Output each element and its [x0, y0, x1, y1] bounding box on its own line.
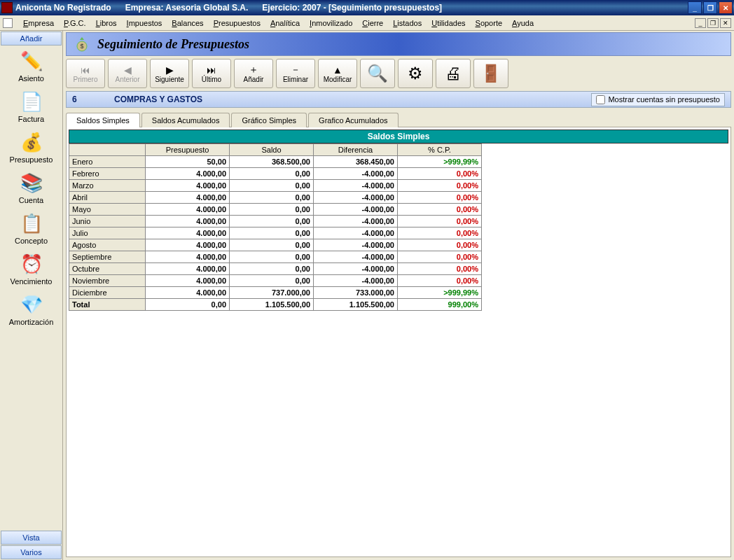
sidebar-item-factura[interactable]: 📄Factura [0, 87, 62, 127]
pct-cell: 0,00% [397, 180, 481, 192]
menu-ayuda[interactable]: Ayuda [507, 18, 539, 29]
saldo-cell: 0,00 [230, 204, 314, 216]
column-header: Saldo [230, 144, 314, 156]
eliminar-button[interactable]: －Eliminar [276, 59, 315, 88]
tab-saldos-acumulados[interactable]: Saldos Acumulados [141, 113, 230, 127]
month-cell: Septiembre [69, 251, 146, 263]
table-row[interactable]: Febrero4.000,000,00-4.000,000,00% [69, 168, 482, 180]
menu-analtica[interactable]: Analítica [265, 18, 305, 29]
sidebar-footer-vista[interactable]: Vista [1, 531, 62, 545]
document-header: $ Seguimiento de Presupuestos [66, 32, 731, 56]
app-icon [1, 2, 13, 13]
window-titlebar: Aniconta No Registrado Empresa: Asesoria… [0, 0, 734, 15]
table-row[interactable]: Octubre4.000,000,00-4.000,000,00% [69, 263, 482, 275]
month-cell: Junio [69, 216, 146, 227]
menu-inmovilizado[interactable]: Inmovilizado [305, 18, 357, 29]
concepto-icon: 📋 [20, 213, 43, 235]
table-row[interactable]: Abril4.000,000,00-4.000,000,00% [69, 192, 482, 204]
presupuesto-cell: 4.000,00 [146, 239, 230, 251]
table-row[interactable]: Junio4.000,000,00-4.000,000,00% [69, 216, 482, 227]
table-row-total: Total0,001.105.500,001.105.500,00999,00% [69, 299, 482, 311]
tab-saldos-simples[interactable]: Saldos Simples [66, 113, 140, 127]
menu-pgc[interactable]: P.G.C. [59, 18, 91, 29]
sidebar-item-cuenta[interactable]: 📚Cuenta [0, 168, 62, 209]
presupuesto-cell: 4.000,00 [146, 180, 230, 192]
prev-icon: ◀ [124, 64, 132, 76]
vencimiento-icon: ⏰ [20, 253, 43, 276]
printer-icon: 🖨 [445, 64, 462, 83]
budget-grid: PresupuestoSaldoDiferencia% C.P. Enero50… [69, 144, 482, 311]
month-cell: Marzo [69, 180, 146, 192]
table-row[interactable]: Diciembre4.000,00737.000,00733.000,00>99… [69, 287, 482, 299]
menu-balances[interactable]: Balances [167, 18, 208, 29]
tab-gráfico-simples[interactable]: Gráfico Simples [231, 113, 307, 127]
table-row[interactable]: Agosto4.000,000,00-4.000,000,00% [69, 239, 482, 251]
pct-cell: >999,99% [397, 156, 481, 168]
sidebar-item-presupuesto[interactable]: 💰Presupuesto [0, 127, 62, 168]
content-area: $ Seguimiento de Presupuestos ⏮Primero ◀… [63, 31, 734, 560]
pct-cell: 0,00% [397, 168, 481, 180]
table-row[interactable]: Julio4.000,000,00-4.000,000,00% [69, 227, 482, 239]
siguiente-button[interactable]: ▶Siguiente [150, 59, 189, 88]
table-row[interactable]: Marzo4.000,000,00-4.000,000,00% [69, 180, 482, 192]
pct-cell: 999,00% [397, 299, 481, 311]
pct-cell: 0,00% [397, 216, 481, 227]
show-accounts-checkbox[interactable] [596, 95, 605, 104]
ultimo-button[interactable]: ⏭Último [192, 59, 231, 88]
sidebar-item-concepto[interactable]: 📋Concepto [0, 209, 62, 249]
table-row[interactable]: Septiembre4.000,000,00-4.000,000,00% [69, 251, 482, 263]
pct-cell: 0,00% [397, 192, 481, 204]
menu-soporte[interactable]: Soporte [471, 18, 508, 29]
presupuesto-cell: 4.000,00 [146, 251, 230, 263]
minimize-button[interactable]: _ [688, 1, 702, 14]
menu-impuestos[interactable]: Impuestos [122, 18, 167, 29]
tab-grafico-acumulados[interactable]: Grafico Acumulados [308, 113, 398, 127]
titlebar-app: Aniconta No Registrado [15, 3, 125, 13]
svg-text:$: $ [80, 43, 83, 50]
menu-empresa[interactable]: Empresa [18, 18, 59, 29]
asiento-icon: ✏️ [20, 50, 43, 73]
sidebar-footer-varios[interactable]: Varios [1, 545, 62, 559]
saldo-cell: 0,00 [230, 239, 314, 251]
saldo-cell: 0,00 [230, 263, 314, 275]
menu-listados[interactable]: Listados [388, 18, 427, 29]
sidebar-item-vencimiento[interactable]: ⏰Vencimiento [0, 249, 62, 290]
maximize-button[interactable]: ❐ [703, 1, 717, 14]
show-accounts-label: Mostrar cuentas sin presupuesto [608, 95, 720, 104]
mdi-minimize-button[interactable]: _ [695, 18, 706, 28]
presupuesto-cell: 4.000,00 [146, 275, 230, 287]
diferencia-cell: -4.000,00 [314, 227, 398, 239]
table-row[interactable]: Enero50,00368.500,00368.450,00>999,99% [69, 156, 482, 168]
diferencia-cell: -4.000,00 [314, 275, 398, 287]
cuenta-icon: 📚 [20, 172, 43, 195]
menu-presupuestos[interactable]: Presupuestos [209, 18, 265, 29]
mdi-close-button[interactable]: ✕ [720, 18, 731, 28]
factura-icon: 📄 [20, 91, 43, 113]
close-button[interactable]: ✕ [719, 1, 733, 14]
next-icon: ▶ [166, 64, 174, 76]
gear-icon: ⚙ [408, 64, 423, 83]
saldo-cell: 0,00 [230, 216, 314, 227]
anadir-button[interactable]: ＋Añadir [234, 59, 273, 88]
saldo-cell: 368.500,00 [230, 156, 314, 168]
modificar-button[interactable]: ▲Modificar [318, 59, 357, 88]
mdi-restore-button[interactable]: ❐ [707, 18, 719, 28]
exit-button[interactable]: 🚪 [473, 59, 508, 88]
settings-button[interactable]: ⚙ [398, 59, 433, 88]
titlebar-ejercicio: Ejercicio: 2007 - [Seguimiento presupues… [262, 3, 456, 13]
menu-utilidades[interactable]: Utilidades [427, 18, 470, 29]
pct-cell: >999,99% [397, 287, 481, 299]
sidebar: Añadir ✏️Asiento📄Factura💰Presupuesto📚Cue… [0, 31, 63, 560]
search-button[interactable]: 🔍 [360, 59, 395, 88]
month-cell: Julio [69, 227, 146, 239]
sidebar-item-asiento[interactable]: ✏️Asiento [0, 46, 62, 87]
sidebar-item-amortización[interactable]: 💎Amortización [0, 290, 62, 330]
menu-cierre[interactable]: Cierre [357, 18, 388, 29]
table-row[interactable]: Noviembre4.000,000,00-4.000,000,00% [69, 275, 482, 287]
menu-libros[interactable]: Libros [91, 18, 122, 29]
table-row[interactable]: Mayo4.000,000,00-4.000,000,00% [69, 204, 482, 216]
sidebar-header-anadir[interactable]: Añadir [1, 31, 62, 46]
show-accounts-checkbox-wrap[interactable]: Mostrar cuentas sin presupuesto [591, 93, 725, 106]
menubar: EmpresaP.G.C.LibrosImpuestosBalancesPres… [0, 15, 734, 31]
print-button[interactable]: 🖨 [436, 59, 471, 88]
